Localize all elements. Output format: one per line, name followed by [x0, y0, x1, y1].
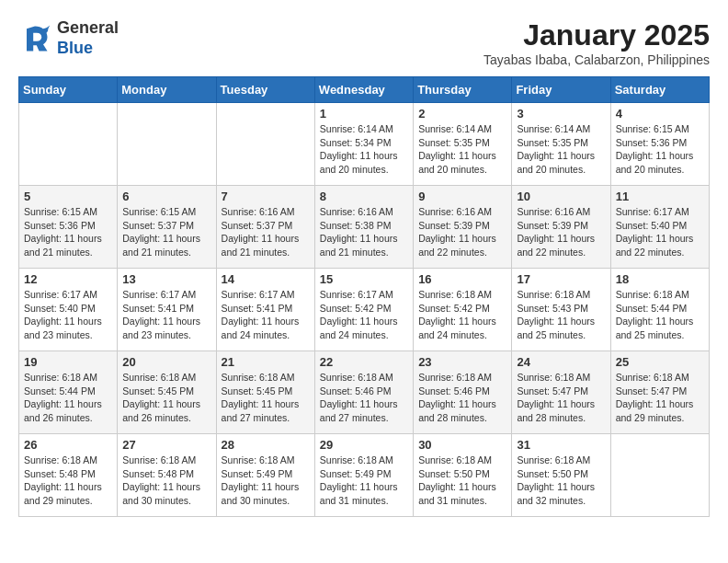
day-number: 16 — [418, 272, 506, 286]
calendar-cell: 5Sunrise: 6:15 AM Sunset: 5:36 PM Daylig… — [19, 186, 118, 269]
day-info: Sunrise: 6:15 AM Sunset: 5:37 PM Dayligh… — [122, 205, 210, 259]
day-info: Sunrise: 6:18 AM Sunset: 5:43 PM Dayligh… — [517, 288, 605, 342]
weekday-header-saturday: Saturday — [610, 77, 709, 103]
calendar-cell: 7Sunrise: 6:16 AM Sunset: 5:37 PM Daylig… — [216, 186, 314, 269]
page-header: General Blue January 2025 Tayabas Ibaba,… — [18, 18, 710, 67]
calendar-cell: 23Sunrise: 6:18 AM Sunset: 5:46 PM Dayli… — [414, 351, 512, 434]
day-info: Sunrise: 6:16 AM Sunset: 5:37 PM Dayligh… — [222, 205, 310, 259]
day-info: Sunrise: 6:17 AM Sunset: 5:40 PM Dayligh… — [616, 205, 704, 259]
calendar-week-5: 26Sunrise: 6:18 AM Sunset: 5:48 PM Dayli… — [19, 434, 710, 517]
day-number: 7 — [222, 190, 310, 203]
day-number: 24 — [517, 355, 605, 369]
day-info: Sunrise: 6:17 AM Sunset: 5:41 PM Dayligh… — [222, 288, 310, 342]
calendar-cell: 16Sunrise: 6:18 AM Sunset: 5:42 PM Dayli… — [414, 269, 512, 351]
calendar-cell: 24Sunrise: 6:18 AM Sunset: 5:47 PM Dayli… — [512, 351, 610, 434]
day-number: 29 — [320, 438, 408, 452]
calendar-cell: 6Sunrise: 6:15 AM Sunset: 5:37 PM Daylig… — [118, 186, 216, 269]
weekday-header-monday: Monday — [118, 77, 216, 103]
location-subtitle: Tayabas Ibaba, Calabarzon, Philippines — [483, 52, 710, 67]
day-info: Sunrise: 6:18 AM Sunset: 5:46 PM Dayligh… — [418, 371, 506, 425]
day-info: Sunrise: 6:17 AM Sunset: 5:42 PM Dayligh… — [320, 288, 408, 342]
day-info: Sunrise: 6:18 AM Sunset: 5:47 PM Dayligh… — [517, 371, 605, 425]
day-number: 23 — [418, 355, 506, 369]
calendar-cell: 14Sunrise: 6:17 AM Sunset: 5:41 PM Dayli… — [216, 269, 314, 351]
day-number: 26 — [24, 438, 112, 452]
day-info: Sunrise: 6:18 AM Sunset: 5:48 PM Dayligh… — [122, 454, 210, 508]
day-info: Sunrise: 6:14 AM Sunset: 5:34 PM Dayligh… — [320, 122, 408, 177]
calendar-cell: 22Sunrise: 6:18 AM Sunset: 5:46 PM Dayli… — [314, 351, 413, 434]
day-info: Sunrise: 6:15 AM Sunset: 5:36 PM Dayligh… — [24, 205, 112, 259]
day-number: 21 — [222, 355, 310, 369]
calendar-cell: 19Sunrise: 6:18 AM Sunset: 5:44 PM Dayli… — [19, 351, 118, 434]
day-number: 27 — [122, 438, 210, 452]
weekday-header-tuesday: Tuesday — [216, 77, 314, 103]
calendar-cell: 9Sunrise: 6:16 AM Sunset: 5:39 PM Daylig… — [414, 186, 512, 269]
calendar-cell: 25Sunrise: 6:18 AM Sunset: 5:47 PM Dayli… — [610, 351, 709, 434]
calendar-week-4: 19Sunrise: 6:18 AM Sunset: 5:44 PM Dayli… — [19, 351, 710, 434]
day-info: Sunrise: 6:17 AM Sunset: 5:40 PM Dayligh… — [24, 288, 112, 342]
calendar-cell: 12Sunrise: 6:17 AM Sunset: 5:40 PM Dayli… — [19, 269, 118, 351]
day-number: 13 — [122, 272, 210, 286]
day-number: 22 — [320, 355, 408, 369]
day-info: Sunrise: 6:18 AM Sunset: 5:45 PM Dayligh… — [222, 371, 310, 425]
calendar-cell: 31Sunrise: 6:18 AM Sunset: 5:50 PM Dayli… — [512, 434, 610, 517]
day-number: 3 — [517, 107, 605, 121]
day-number: 4 — [616, 107, 704, 121]
day-info: Sunrise: 6:14 AM Sunset: 5:35 PM Dayligh… — [517, 122, 605, 177]
calendar-cell: 18Sunrise: 6:18 AM Sunset: 5:44 PM Dayli… — [610, 269, 709, 351]
day-info: Sunrise: 6:18 AM Sunset: 5:46 PM Dayligh… — [320, 371, 408, 425]
day-number: 11 — [616, 190, 704, 203]
calendar-cell: 10Sunrise: 6:16 AM Sunset: 5:39 PM Dayli… — [512, 186, 610, 269]
calendar-cell: 21Sunrise: 6:18 AM Sunset: 5:45 PM Dayli… — [216, 351, 314, 434]
day-info: Sunrise: 6:18 AM Sunset: 5:48 PM Dayligh… — [24, 454, 112, 508]
day-number: 14 — [222, 272, 310, 286]
title-block: January 2025 Tayabas Ibaba, Calabarzon, … — [483, 18, 710, 67]
calendar-cell — [19, 103, 118, 186]
calendar-week-1: 1Sunrise: 6:14 AM Sunset: 5:34 PM Daylig… — [19, 103, 710, 186]
day-number: 10 — [517, 190, 605, 203]
logo-text: General Blue — [57, 18, 119, 58]
calendar-table: SundayMondayTuesdayWednesdayThursdayFrid… — [18, 76, 710, 517]
day-number: 30 — [418, 438, 506, 452]
day-info: Sunrise: 6:18 AM Sunset: 5:47 PM Dayligh… — [616, 371, 704, 425]
weekday-header-sunday: Sunday — [19, 77, 118, 103]
day-number: 1 — [320, 107, 408, 121]
logo-icon — [18, 22, 51, 55]
calendar-cell: 30Sunrise: 6:18 AM Sunset: 5:50 PM Dayli… — [414, 434, 512, 517]
calendar-cell: 17Sunrise: 6:18 AM Sunset: 5:43 PM Dayli… — [512, 269, 610, 351]
calendar-cell: 11Sunrise: 6:17 AM Sunset: 5:40 PM Dayli… — [610, 186, 709, 269]
calendar-cell: 13Sunrise: 6:17 AM Sunset: 5:41 PM Dayli… — [118, 269, 216, 351]
day-info: Sunrise: 6:16 AM Sunset: 5:39 PM Dayligh… — [517, 205, 605, 259]
calendar-cell: 29Sunrise: 6:18 AM Sunset: 5:49 PM Dayli… — [314, 434, 413, 517]
day-number: 19 — [24, 355, 112, 369]
day-info: Sunrise: 6:18 AM Sunset: 5:45 PM Dayligh… — [122, 371, 210, 425]
calendar-cell: 15Sunrise: 6:17 AM Sunset: 5:42 PM Dayli… — [314, 269, 413, 351]
calendar-cell: 3Sunrise: 6:14 AM Sunset: 5:35 PM Daylig… — [512, 103, 610, 186]
calendar-cell: 26Sunrise: 6:18 AM Sunset: 5:48 PM Dayli… — [19, 434, 118, 517]
calendar-cell: 20Sunrise: 6:18 AM Sunset: 5:45 PM Dayli… — [118, 351, 216, 434]
day-number: 20 — [122, 355, 210, 369]
day-number: 25 — [616, 355, 704, 369]
weekday-header-friday: Friday — [512, 77, 610, 103]
day-info: Sunrise: 6:18 AM Sunset: 5:42 PM Dayligh… — [418, 288, 506, 342]
day-number: 9 — [418, 190, 506, 203]
day-info: Sunrise: 6:14 AM Sunset: 5:35 PM Dayligh… — [418, 122, 506, 177]
calendar-cell: 4Sunrise: 6:15 AM Sunset: 5:36 PM Daylig… — [610, 103, 709, 186]
calendar-cell: 8Sunrise: 6:16 AM Sunset: 5:38 PM Daylig… — [314, 186, 413, 269]
day-info: Sunrise: 6:17 AM Sunset: 5:41 PM Dayligh… — [122, 288, 210, 342]
day-number: 15 — [320, 272, 408, 286]
day-number: 12 — [24, 272, 112, 286]
day-info: Sunrise: 6:18 AM Sunset: 5:49 PM Dayligh… — [222, 454, 310, 508]
day-number: 6 — [122, 190, 210, 203]
weekday-header-thursday: Thursday — [414, 77, 512, 103]
day-info: Sunrise: 6:16 AM Sunset: 5:38 PM Dayligh… — [320, 205, 408, 259]
logo: General Blue — [18, 18, 119, 58]
month-title: January 2025 — [483, 18, 710, 52]
calendar-cell — [216, 103, 314, 186]
day-info: Sunrise: 6:18 AM Sunset: 5:44 PM Dayligh… — [616, 288, 704, 342]
day-number: 5 — [24, 190, 112, 203]
calendar-body: 1Sunrise: 6:14 AM Sunset: 5:34 PM Daylig… — [19, 103, 710, 517]
weekday-row: SundayMondayTuesdayWednesdayThursdayFrid… — [19, 77, 710, 103]
calendar-cell — [118, 103, 216, 186]
calendar-cell — [610, 434, 709, 517]
